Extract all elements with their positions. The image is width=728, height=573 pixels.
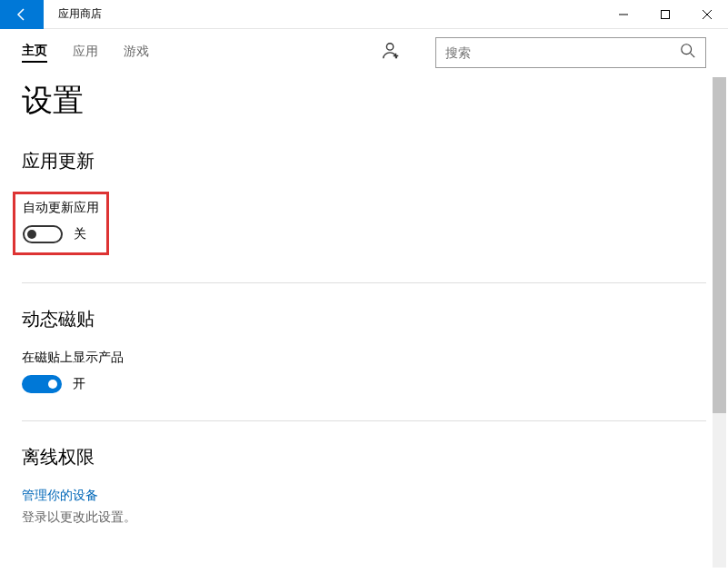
svg-rect-0 xyxy=(662,10,670,18)
section-title-live-tiles: 动态磁贴 xyxy=(22,307,706,331)
svg-point-1 xyxy=(386,44,393,50)
divider xyxy=(22,282,706,283)
section-title-app-updates: 应用更新 xyxy=(22,149,706,173)
maximize-icon xyxy=(661,10,670,19)
window-controls xyxy=(603,0,728,29)
login-note: 登录以更改此设置。 xyxy=(22,509,706,526)
user-icon xyxy=(381,41,401,61)
scrollbar[interactable] xyxy=(713,77,726,568)
user-account-button[interactable] xyxy=(372,41,410,64)
minimize-button[interactable] xyxy=(603,0,644,29)
divider xyxy=(22,420,706,421)
search-button[interactable] xyxy=(680,43,696,63)
search-icon xyxy=(680,43,696,59)
svg-point-2 xyxy=(682,44,692,54)
settings-content: 设置 应用更新 自动更新应用 关 动态磁贴 在磁贴上显示产品 xyxy=(0,76,728,571)
titlebar: 应用商店 xyxy=(0,0,728,29)
page-title: 设置 xyxy=(22,80,706,122)
section-app-updates: 应用更新 自动更新应用 关 xyxy=(22,149,706,255)
manage-devices-link[interactable]: 管理你的设备 xyxy=(22,488,706,504)
section-offline: 离线权限 管理你的设备 登录以更改此设置。 xyxy=(22,445,706,526)
scrollbar-thumb[interactable] xyxy=(713,77,726,413)
nav-apps[interactable]: 应用 xyxy=(73,44,98,62)
maximize-button[interactable] xyxy=(644,0,686,29)
section-live-tiles: 动态磁贴 在磁贴上显示产品 开 xyxy=(22,307,706,393)
auto-update-state: 关 xyxy=(74,226,86,242)
show-products-state: 开 xyxy=(73,376,85,392)
nav-games[interactable]: 游戏 xyxy=(124,44,149,62)
search-box[interactable] xyxy=(435,37,706,68)
auto-update-label: 自动更新应用 xyxy=(23,200,99,216)
back-button[interactable] xyxy=(0,0,44,29)
app-title: 应用商店 xyxy=(44,6,603,22)
auto-update-toggle[interactable] xyxy=(23,225,63,243)
close-icon xyxy=(703,10,712,19)
show-products-label: 在磁贴上显示产品 xyxy=(22,350,706,366)
section-title-offline: 离线权限 xyxy=(22,445,706,469)
highlight-annotation: 自动更新应用 关 xyxy=(13,192,109,255)
minimize-icon xyxy=(619,10,628,19)
top-nav: 主页 应用 游戏 xyxy=(0,29,728,76)
show-products-toggle[interactable] xyxy=(22,375,62,393)
nav-home[interactable]: 主页 xyxy=(22,43,47,63)
close-button[interactable] xyxy=(686,0,728,29)
toggle-knob xyxy=(48,380,57,389)
arrow-left-icon xyxy=(15,7,29,22)
search-input[interactable] xyxy=(445,45,680,60)
toggle-knob xyxy=(27,230,36,239)
